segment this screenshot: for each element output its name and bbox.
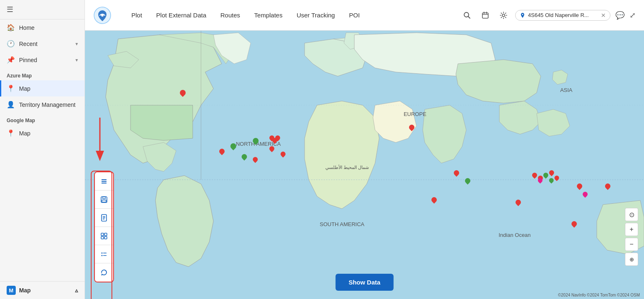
svg-point-1 [101, 14, 104, 17]
sidebar-pinned-label: Pinned [19, 57, 37, 63]
svg-point-8 [502, 14, 505, 17]
world-map-svg [85, 31, 644, 299]
annotation-arrow [92, 113, 108, 169]
nav-user-tracking[interactable]: User Tracking [291, 8, 341, 22]
svg-point-9 [522, 14, 523, 15]
territory-icon: 👤 [7, 101, 15, 109]
toolbar-refresh-btn[interactable] [95, 263, 113, 282]
map-attribution: ©2024 NavInfo ©2024 TomTom ©2024 OSM [558, 293, 640, 297]
calendar-button[interactable] [479, 9, 492, 22]
location-search-bar[interactable]: 4S645 Old Naperville R... ✕ [515, 10, 610, 21]
refresh-icon [100, 268, 108, 277]
sidebar-bottom-chevron[interactable]: ▵ [75, 287, 78, 294]
svg-rect-21 [102, 200, 106, 202]
pinned-chevron: ▾ [75, 57, 78, 63]
azure-map-section: Azure Map [0, 68, 85, 80]
sidebar-item-azure-map[interactable]: 📍 Map [0, 80, 85, 96]
sidebar-azure-map-label: Map [19, 85, 30, 92]
list-icon [100, 177, 108, 186]
gear-icon [500, 12, 507, 19]
bullet-list-icon [100, 250, 108, 258]
svg-marker-34 [102, 273, 103, 276]
toolbar-save-btn[interactable] [95, 190, 113, 209]
nav-plot[interactable]: Plot [126, 8, 148, 22]
sidebar-item-territory[interactable]: 👤 Territory Management [0, 96, 85, 113]
document-icon [100, 214, 108, 222]
map-toolbar [94, 171, 114, 282]
sidebar-bottom-label: Map [19, 287, 31, 294]
nav-links: Plot Plot External Data Routes Templates… [126, 8, 450, 22]
azure-map-icon: 📍 [7, 84, 15, 92]
sidebar-bottom: M Map ▵ [0, 281, 85, 299]
svg-line-3 [468, 16, 470, 18]
toolbar-list-btn[interactable] [95, 172, 113, 190]
compass-btn[interactable]: ⊕ [625, 253, 638, 266]
menu-icon[interactable]: ☰ [7, 5, 13, 14]
chat-icon[interactable]: 💬 [615, 11, 625, 20]
map-controls: ⊙ + − ⊕ [625, 208, 638, 266]
header-actions: 4S645 Old Naperville R... ✕ 💬 ⤢ [460, 9, 636, 22]
svg-marker-15 [96, 151, 104, 161]
locate-me-btn[interactable]: ⊙ [625, 208, 638, 221]
nav-plot-external[interactable]: Plot External Data [150, 8, 212, 22]
sidebar-item-home[interactable]: 🏠 Home [0, 19, 85, 36]
sidebar-top: ☰ [0, 0, 85, 19]
expand-icon[interactable]: ⤢ [629, 11, 636, 20]
svg-rect-28 [101, 236, 104, 239]
toolbar-grid-btn[interactable] [95, 227, 113, 245]
sidebar-item-recent[interactable]: 🕐 Recent ▾ [0, 36, 85, 52]
settings-button[interactable] [497, 9, 510, 22]
location-pin-icon [520, 12, 525, 18]
nav-templates[interactable]: Templates [248, 8, 288, 22]
svg-rect-27 [104, 233, 107, 236]
svg-point-32 [102, 255, 103, 256]
grid-icon [100, 232, 108, 240]
svg-rect-26 [101, 233, 104, 236]
nav-routes[interactable]: Routes [215, 8, 246, 22]
sidebar-territory-label: Territory Management [19, 101, 75, 108]
save-icon [100, 195, 108, 204]
search-bar-text: 4S645 Old Naperville R... [528, 12, 598, 18]
show-data-button[interactable]: Show Data [335, 274, 394, 291]
toolbar-doc-btn[interactable] [95, 209, 113, 227]
svg-rect-4 [482, 13, 488, 18]
recent-chevron: ▾ [75, 41, 78, 47]
sidebar: ☰ 🏠 Home 🕐 Recent ▾ 📌 Pinned ▾ Azure Map… [0, 0, 85, 299]
search-button[interactable] [460, 9, 474, 22]
sidebar-item-pinned[interactable]: 📌 Pinned ▾ [0, 52, 85, 68]
search-clear-icon[interactable]: ✕ [601, 12, 606, 19]
sidebar-google-map-label: Map [19, 130, 30, 137]
nav-poi[interactable]: POI [343, 8, 366, 22]
pinned-icon: 📌 [7, 56, 15, 64]
toolbar-bullet-btn[interactable] [95, 245, 113, 263]
google-map-section: Google Map [0, 113, 85, 125]
google-map-icon: 📍 [7, 129, 15, 137]
logo-svg [93, 6, 111, 24]
recent-icon: 🕐 [7, 40, 15, 48]
home-icon: 🏠 [7, 24, 15, 31]
sidebar-home-label: Home [19, 24, 34, 31]
zoom-in-btn[interactable]: + [625, 223, 638, 236]
map-area[interactable]: NORTH AMERICA EUROPE ASIA SOUTH AMERICA … [85, 31, 644, 299]
header: Plot Plot External Data Routes Templates… [85, 0, 644, 31]
zoom-out-btn[interactable]: − [625, 238, 638, 251]
calendar-icon [482, 12, 489, 19]
svg-rect-29 [104, 236, 107, 239]
search-icon [463, 12, 471, 19]
app-logo[interactable] [93, 6, 111, 24]
svg-point-30 [102, 252, 103, 253]
main-content: Plot Plot External Data Routes Templates… [85, 0, 644, 299]
m-badge: M [7, 286, 16, 295]
sidebar-item-google-map[interactable]: 📍 Map [0, 125, 85, 141]
sidebar-recent-label: Recent [19, 41, 37, 47]
